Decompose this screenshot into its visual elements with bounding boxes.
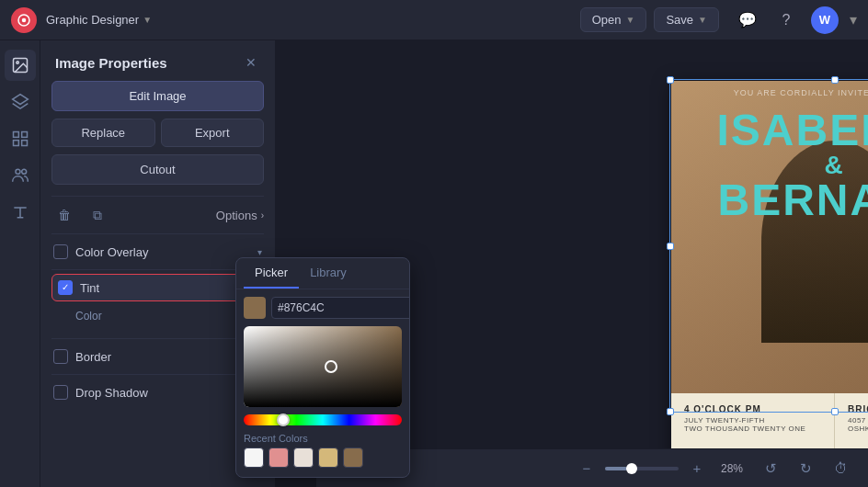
avatar[interactable]: W (811, 6, 839, 34)
canvas-card[interactable]: YOU ARE CORDIALLY INVITED TO JOIN US ISA… (671, 81, 868, 487)
svg-rect-6 (21, 132, 27, 138)
history-icon[interactable]: ⏱ (828, 456, 853, 481)
replace-export-row: Replace Export (51, 119, 264, 147)
svg-rect-8 (21, 141, 27, 146)
tint-header[interactable]: Tint ▴ (51, 274, 264, 301)
picker-hex-swatch[interactable] (244, 297, 266, 319)
color-overlay-header[interactable]: Color Overlay ▾ (51, 238, 264, 266)
picker-hue-bar[interactable] (244, 414, 402, 425)
open-button[interactable]: Open ▼ (580, 7, 647, 32)
picker-recent-label: Recent Colors (236, 429, 409, 447)
topbar-icons: 💬 ? W ▾ (734, 6, 857, 34)
images-rail-icon[interactable] (5, 50, 36, 81)
card-year: TWO THOUSAND TWENTY ONE (684, 425, 821, 433)
drop-shadow-label: Drop Shadow (75, 386, 257, 400)
more-icon[interactable]: ▾ (850, 11, 857, 28)
redo-icon[interactable]: ↻ (793, 456, 818, 481)
card-names: ISABELLA & BERNARD (671, 108, 868, 222)
picker-hex-row: 🖉 ⊞ + (236, 289, 409, 326)
border-checkbox[interactable] (53, 349, 68, 364)
picker-hue-thumb[interactable] (277, 413, 290, 426)
panel-close-button[interactable]: ✕ (242, 53, 260, 72)
project-name[interactable]: Graphic Designer ▼ (46, 13, 152, 27)
main-layout: Image Properties ✕ Edit Image Replace Ex… (0, 40, 868, 487)
save-button[interactable]: Save ▼ (654, 7, 719, 32)
drop-shadow-checkbox[interactable] (53, 385, 68, 400)
undo-icon[interactable]: ↺ (758, 456, 783, 481)
recent-color-3[interactable] (293, 447, 314, 468)
options-button[interactable]: Options › (216, 209, 264, 222)
card-time: 4 O'CLOCK PM (684, 404, 821, 414)
card-last-name: BERNARD (671, 178, 868, 222)
zoom-group: − + 28% (574, 456, 748, 481)
replace-button[interactable]: Replace (51, 119, 155, 147)
drop-shadow-header[interactable]: Drop Shadow ▾ (51, 379, 264, 406)
color-overlay-checkbox[interactable] (53, 244, 68, 259)
export-button[interactable]: Export (161, 119, 265, 147)
picker-recent-colors (236, 447, 409, 477)
zoom-slider-fill (605, 467, 627, 470)
action-row: 🗑 ⧉ Options › (51, 196, 264, 233)
tint-checkbox[interactable] (58, 280, 73, 295)
icon-rail (0, 40, 40, 487)
help-icon[interactable]: ? (772, 6, 800, 34)
svg-point-1 (22, 17, 27, 22)
zoom-value: 28% (715, 462, 748, 475)
tint-color-row: Color (51, 301, 264, 334)
svg-point-3 (16, 62, 17, 64)
card-ampersand: & (671, 153, 868, 178)
grid-rail-icon[interactable] (5, 123, 36, 154)
panel-header: Image Properties ✕ (40, 40, 275, 81)
save-chevron-icon: ▼ (698, 15, 707, 25)
tint-label: Tint (80, 281, 253, 295)
svg-point-9 (16, 169, 20, 174)
recent-color-5[interactable] (343, 447, 363, 468)
topbar: Graphic Designer ▼ Open ▼ Save ▼ 💬 ? W ▾ (0, 0, 868, 40)
picker-tabs: Picker Library (236, 258, 409, 289)
edit-image-button[interactable]: Edit Image (51, 81, 264, 111)
svg-rect-7 (13, 141, 18, 146)
panel-title: Image Properties (55, 55, 167, 71)
card-address: 4057 FISK AVENUE (848, 416, 868, 425)
picker-tab-picker[interactable]: Picker (244, 258, 299, 289)
text-rail-icon[interactable] (5, 197, 36, 228)
zoom-slider[interactable] (605, 467, 679, 470)
card-city: OSHKOSH, WISCONSIN (848, 425, 868, 433)
duplicate-icon[interactable]: ⧉ (85, 202, 110, 228)
card-first-name: ISABELLA (671, 108, 868, 153)
color-overlay-accordion: Color Overlay ▾ (51, 233, 264, 269)
border-label: Border (75, 350, 257, 364)
delete-icon[interactable]: 🗑 (51, 202, 77, 228)
tint-color-label: Color (75, 310, 240, 323)
drop-shadow-accordion: Drop Shadow ▾ (51, 374, 264, 410)
svg-marker-4 (12, 95, 28, 105)
app-logo (11, 7, 37, 33)
svg-point-10 (21, 169, 26, 174)
zoom-out-icon[interactable]: − (574, 456, 600, 481)
comment-icon[interactable]: 💬 (734, 6, 761, 34)
picker-gradient[interactable] (244, 326, 402, 407)
project-chevron-icon: ▼ (143, 15, 152, 25)
recent-color-2[interactable] (268, 447, 289, 468)
options-chevron-icon: › (261, 210, 264, 221)
card-invite-text: YOU ARE CORDIALLY INVITED TO JOIN US (671, 88, 868, 97)
zoom-slider-thumb[interactable] (626, 463, 637, 474)
people-rail-icon[interactable] (5, 160, 36, 191)
border-accordion: Border ▾ (51, 338, 264, 374)
card-venue: BRIGHTON ACRES (848, 404, 868, 414)
recent-color-4[interactable] (318, 447, 338, 468)
color-overlay-label: Color Overlay (75, 245, 257, 259)
border-header[interactable]: Border ▾ (51, 343, 264, 370)
cutout-button[interactable]: Cutout (51, 154, 264, 185)
picker-hex-input[interactable] (271, 297, 410, 319)
layers-rail-icon[interactable] (5, 86, 36, 118)
color-picker-popup: Picker Library 🖉 ⊞ + Recent Colors (235, 257, 410, 478)
recent-color-1[interactable] (244, 447, 264, 468)
open-chevron-icon: ▼ (626, 15, 635, 25)
card-date: JULY TWENTY-FIFTH (684, 416, 821, 425)
zoom-in-icon[interactable]: + (684, 456, 710, 481)
picker-tab-library[interactable]: Library (299, 258, 358, 289)
svg-rect-5 (13, 132, 18, 138)
picker-gradient-dark (244, 326, 402, 407)
color-overlay-chevron-icon: ▾ (257, 247, 262, 257)
